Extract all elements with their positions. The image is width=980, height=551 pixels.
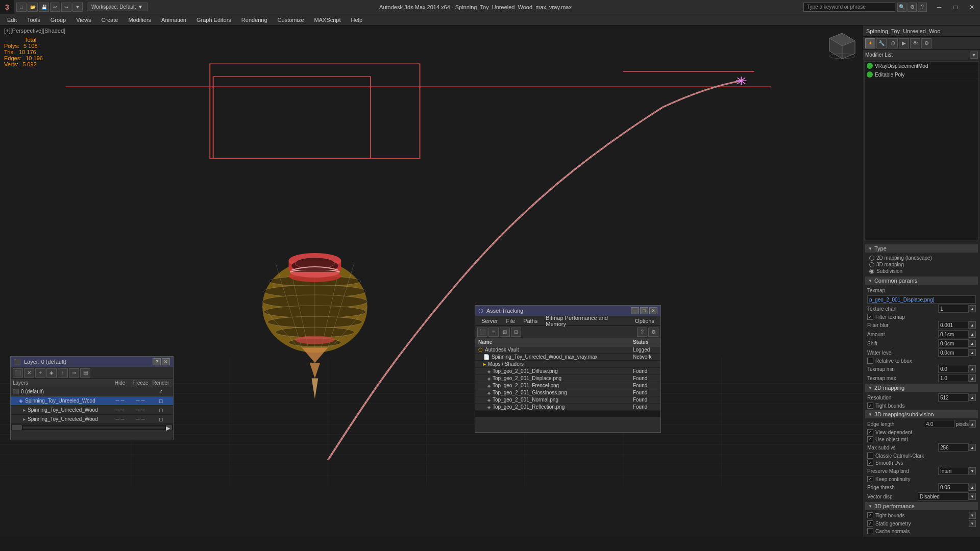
asset-row-maps[interactable]: ▸Maps / Shaders [475, 361, 660, 368]
edge-length-value[interactable]: 4.0 [924, 420, 954, 428]
asset-tool-1[interactable]: ⬛ [477, 328, 487, 337]
asset-row-diffuse[interactable]: ◈Top_geo_2_001_Diffuse.png Found [475, 368, 660, 375]
open-button[interactable]: 📂 [28, 3, 38, 12]
menu-modifiers[interactable]: Modifiers [123, 14, 156, 26]
radio-subdivision[interactable]: Subdivision [869, 268, 974, 274]
modify-panel-icon[interactable]: 🔧 [876, 38, 887, 48]
edge-thresh-spin[interactable]: ▲ [969, 484, 976, 491]
texture-chan-value[interactable]: 1 [938, 305, 969, 313]
radio-3d-mapping[interactable]: 3D mapping [869, 261, 974, 268]
layer-row-spinning3[interactable]: ▸ Spinning_Toy_Unreeled_Wood ─ ─ ─ ─ ◻ [11, 415, 173, 424]
layers-delete-button[interactable]: ✕ [24, 368, 34, 378]
viewport[interactable]: [+][Perspective][Shaded] Total Polys: 5 … [0, 26, 863, 537]
keep-continuity-row[interactable]: Keep continuity [865, 475, 978, 483]
close-button[interactable]: ✕ [964, 0, 980, 14]
asset-close-button[interactable]: ✕ [649, 307, 657, 314]
asset-help-button[interactable]: ? [637, 328, 647, 337]
layers-merge-button[interactable]: ⇒ [69, 368, 79, 378]
modifier-poly-indicator[interactable] [867, 71, 873, 78]
vector-displ-dropdown[interactable]: ▼ [969, 493, 976, 500]
classic-catmull-checkbox[interactable] [867, 453, 873, 459]
asset-row-max[interactable]: 📄Spinning_Toy_Unreeled_Wood_max_vray.max… [475, 354, 660, 361]
smooth-uvs-row[interactable]: Smooth Uvs [865, 459, 978, 466]
max-subdivs-value[interactable]: 256 [938, 443, 969, 452]
texmap-value-row[interactable]: p_geo_2_001_Displace.png) [865, 295, 978, 304]
layer-row-spinning2[interactable]: ▸ Spinning_Toy_Unreeled_Wood ─ ─ ─ ─ ◻ [11, 406, 173, 415]
section-common[interactable]: Common params [865, 277, 978, 285]
relative-bbox-row[interactable]: Relative to bbox [865, 357, 978, 364]
view-dependent-checkbox[interactable] [867, 429, 873, 435]
redo-button[interactable]: ↪ [61, 3, 71, 12]
utilities-panel-icon[interactable]: ⚙ [921, 38, 932, 48]
asset-menu-bitmap[interactable]: Bitmap Performance and Memory [542, 314, 631, 328]
layer-check-freeze-2[interactable]: ─ ─ [130, 407, 151, 413]
resolution-value[interactable]: 512 [938, 393, 969, 402]
layers-scrollbar[interactable]: ▶ [11, 424, 173, 430]
open-recent[interactable]: ▼ [72, 3, 83, 12]
layer-check-hide-1[interactable]: ─ ─ [110, 398, 130, 404]
vector-displ-value[interactable]: Disabled [918, 492, 969, 500]
static-geometry-row[interactable]: Static geometry ▼ [865, 519, 978, 528]
help-icon[interactable]: ? [918, 3, 927, 12]
layers-extra-button[interactable]: ▤ [80, 368, 90, 378]
display-panel-icon[interactable]: 👁 [910, 38, 920, 48]
edge-thresh-value[interactable]: 0.05 [938, 483, 969, 491]
hierarchy-panel-icon[interactable]: ⬡ [888, 38, 898, 48]
view-dependent-row[interactable]: View-dependent [865, 429, 978, 436]
asset-menu-server[interactable]: Server [477, 317, 502, 325]
asset-menu-file[interactable]: File [502, 317, 519, 325]
asset-minimize-button[interactable]: ─ [631, 307, 639, 314]
asset-horizontal-scrollbar[interactable] [475, 411, 660, 417]
radio-3d-dot[interactable] [869, 262, 874, 267]
nav-cube[interactable] [827, 31, 857, 61]
asset-row-glossiness[interactable]: ◈Top_geo_2_001_Glossinoss.png Found [475, 389, 660, 396]
modifier-editable-poly[interactable]: Editable Poly [865, 70, 978, 79]
filter-blur-value[interactable]: 0.001 [938, 321, 969, 329]
layer-check-render-3[interactable]: ◻ [151, 416, 171, 422]
edge-length-spin[interactable]: ▲ [969, 420, 976, 428]
asset-row-normal[interactable]: ◈Top_geo_2_001_Normal.png Found [475, 396, 660, 404]
menu-edit[interactable]: Edit [2, 14, 22, 26]
amount-spin[interactable]: ▲ [969, 331, 976, 338]
section-type[interactable]: Type [865, 244, 978, 253]
asset-tool-4[interactable]: ⊟ [511, 328, 521, 337]
amount-value[interactable]: 0.1cm [938, 330, 969, 338]
asset-row-displace[interactable]: ◈Top_geo_2_001_Displace.png Found [475, 375, 660, 382]
water-level-spin[interactable]: ▲ [969, 349, 976, 356]
layer-check-hide-2[interactable]: ─ ─ [110, 407, 130, 413]
radio-subdivision-dot[interactable] [869, 269, 874, 274]
radio-2d-dot[interactable] [869, 256, 874, 261]
use-object-mtl-checkbox[interactable] [867, 436, 873, 442]
menu-create[interactable]: Create [96, 14, 123, 26]
menu-graph-editors[interactable]: Graph Editors [191, 14, 236, 26]
preserve-map-dropdown[interactable]: ▼ [969, 467, 976, 474]
texmap-min-value[interactable]: 0.0 [938, 365, 969, 373]
layer-check-freeze-1[interactable]: ─ ─ [130, 398, 151, 404]
max-subdivs-spin[interactable]: ▲ [969, 444, 976, 451]
asset-tool-2[interactable]: ≡ [488, 328, 499, 337]
static-geometry-spin[interactable]: ▼ [969, 520, 976, 527]
layer-check-freeze-3[interactable]: ─ ─ [130, 416, 151, 422]
texmap-value[interactable]: p_geo_2_001_Displace.png) [867, 295, 976, 304]
keep-continuity-checkbox[interactable] [867, 476, 873, 482]
section-3d-subdivision[interactable]: 3D mapping/subdivision [865, 410, 978, 418]
undo-button[interactable]: ↩ [50, 3, 60, 12]
menu-views[interactable]: Views [71, 14, 96, 26]
tight-bounds-row[interactable]: Tight bounds [865, 402, 978, 409]
tight-bounds-checkbox[interactable] [867, 403, 873, 409]
layers-select-button[interactable]: ◈ [46, 368, 57, 378]
tight-bounds2-row[interactable]: Tight bounds ▼ [865, 511, 978, 519]
asset-restore-button[interactable]: □ [640, 307, 648, 314]
relative-bbox-checkbox[interactable] [867, 358, 873, 364]
layers-create-button[interactable]: ⬛ [13, 368, 23, 378]
smooth-uvs-checkbox[interactable] [867, 460, 873, 466]
minimize-button[interactable]: ─ [931, 0, 947, 14]
search-icon[interactable]: 🔍 [897, 3, 906, 12]
menu-help[interactable]: Help [346, 14, 368, 26]
workspace-selector[interactable]: Workspace: Default ▼ [87, 3, 148, 11]
layers-close-button[interactable]: ✕ [162, 358, 170, 365]
modifier-enabled-indicator[interactable] [867, 63, 873, 69]
texmap-max-value[interactable]: 1.0 [938, 374, 969, 382]
layer-row-spinning1[interactable]: ◈ Spinning_Toy_Unreeled_Wood ─ ─ ─ ─ ◻ [11, 396, 173, 406]
asset-row-fresnel[interactable]: ◈Top_geo_2_001_Frencel.png Found [475, 382, 660, 389]
